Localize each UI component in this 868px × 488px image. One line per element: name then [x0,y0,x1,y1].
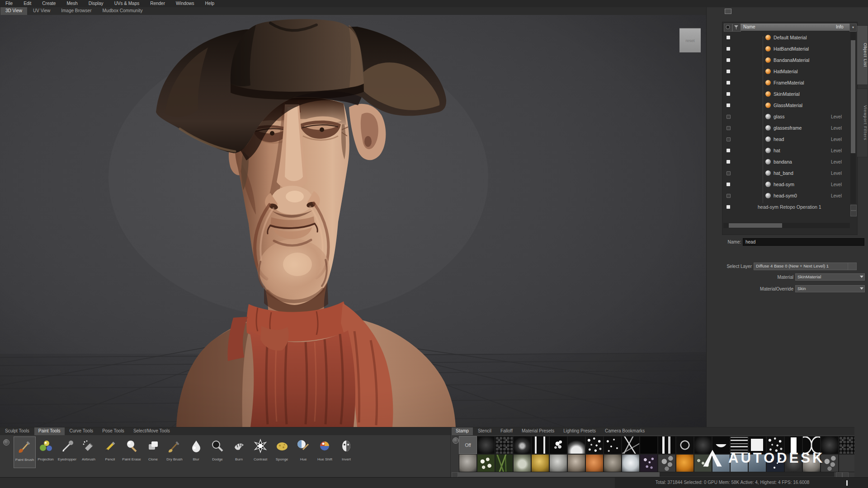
object-row-glassesframe[interactable]: glassesframeLevel [722,122,850,134]
tool-projection[interactable]: Projection [35,436,57,467]
visibility-dot[interactable] [726,149,730,152]
stamp-thumb[interactable] [604,436,622,454]
stamp-thumb[interactable] [459,454,477,472]
sculpt-canvas[interactable] [0,15,706,427]
stamp-thumb[interactable] [477,436,495,454]
tool-eyedropper[interactable]: Eyedropper [57,436,78,467]
object-row-bandanamaterial[interactable]: BandanaMaterial [722,55,850,66]
tool-invert[interactable]: Invert [336,436,357,467]
tray-tab-falloff[interactable]: Falloff [496,427,517,435]
object-row-head-sym[interactable]: head-symLevel [722,179,850,190]
object-row-hatmaterial[interactable]: HatMaterial [722,66,850,77]
tool-tab-curve-tools[interactable]: Curve Tools [66,427,98,435]
object-row-hatbandmaterial[interactable]: HatBandMaterial [722,43,850,55]
tool-blur[interactable]: Blur [185,436,207,467]
tool-tab-pose-tools[interactable]: Pose Tools [98,427,128,435]
menu-display[interactable]: Display [83,0,109,7]
select-layer-dropdown[interactable]: Diffuse 4 Base 0 (New + Next Level) 1 [754,263,849,270]
stamp-thumb[interactable] [604,454,622,472]
stamp-thumb[interactable] [567,436,585,454]
object-row-framematerial[interactable]: FrameMaterial [722,77,850,89]
stamp-thumb[interactable] [495,454,513,472]
stamp-thumb[interactable] [676,436,694,454]
list-filter-button[interactable] [724,23,732,32]
tool-clone[interactable]: Clone [142,436,164,467]
menu-mesh[interactable]: Mesh [61,0,83,7]
menu-windows[interactable]: Windows [170,0,200,7]
stamp-thumb[interactable] [513,436,531,454]
visibility-dot[interactable] [726,92,730,96]
panel-menu-icon[interactable] [725,9,731,14]
view-tab-uv-view[interactable]: UV View [28,7,55,15]
tool-dry-brush[interactable]: Dry Brush [164,436,185,467]
visibility-dot[interactable] [726,160,730,164]
tool-hue[interactable]: Hue [293,436,314,467]
object-row-glass[interactable]: glassLevel [722,111,850,122]
visibility-dot[interactable] [726,70,730,73]
object-row-glassmaterial[interactable]: GlassMaterial [722,100,850,111]
view-tab-mudbox-community[interactable]: Mudbox Community [97,7,147,15]
tool-paint-brush[interactable]: Paint Brush [14,436,36,468]
side-tab-object-list[interactable]: Object List [857,25,868,85]
scroll-up-button[interactable] [850,205,857,211]
stamp-thumb[interactable] [640,454,658,472]
material-override-dropdown[interactable]: Skin [795,285,865,292]
name-input[interactable]: head [743,238,864,246]
tray-tab-material-presets[interactable]: Material Presets [518,427,558,435]
tool-dodge[interactable]: Dodge [207,436,228,467]
tray-collapse-icon-2[interactable] [453,437,459,444]
stamp-thumb[interactable] [658,436,676,454]
tool-hue-shift[interactable]: Hue Shift [314,436,335,467]
tool-tab-paint-tools[interactable]: Paint Tools [34,427,65,435]
view-tab-image-browser[interactable]: Image Browser [56,7,96,15]
menu-help[interactable]: Help [200,0,220,7]
visibility-dot[interactable] [726,81,730,84]
visibility-dot[interactable] [726,115,731,119]
object-row-head-sym-retopo-operation-1[interactable]: head-sym Retopo Operation 1 [722,202,850,213]
object-row-hat[interactable]: hatLevel [722,145,850,156]
tray-tab-stencil[interactable]: Stencil [474,427,495,435]
stamp-thumb[interactable] [495,436,513,454]
material-dropdown[interactable]: SkinMaterial [795,273,865,281]
menu-edit[interactable]: Edit [18,0,37,7]
visibility-dot[interactable] [726,194,731,198]
stamp-thumb[interactable] [531,454,549,472]
visibility-dot[interactable] [726,205,730,209]
stamp-thumb[interactable] [640,436,658,454]
list-horizontal-scrollbar[interactable] [723,223,850,228]
viewport-3d[interactable]: reset [0,15,706,427]
visibility-dot[interactable] [726,171,731,175]
tray-scrollbar[interactable] [458,472,834,477]
visibility-dot[interactable] [726,58,730,62]
stamp-thumb[interactable] [531,436,549,454]
stamp-thumb[interactable] [585,436,604,454]
menu-file[interactable]: File [0,0,18,7]
column-header-info[interactable]: Info [834,23,850,31]
stamp-thumb[interactable] [549,454,567,472]
stamp-thumb[interactable] [585,454,604,472]
select-layer-clear[interactable] [848,263,857,270]
view-tab-3d-view[interactable]: 3D View [0,7,27,15]
stamp-thumb[interactable] [622,454,640,472]
tool-sponge[interactable]: Sponge [271,436,292,467]
scroll-down-button[interactable] [850,211,857,216]
menu-create[interactable]: Create [37,0,61,7]
object-row-bandana[interactable]: bandanaLevel [722,156,850,168]
object-row-default-material[interactable]: Default Material [722,32,850,43]
column-header-name[interactable]: Name [741,23,836,31]
tool-paint-erase[interactable]: Paint Erase [121,436,142,467]
menu-uvs-maps[interactable]: UVs & Maps [109,0,145,7]
tool-tab-sculpt-tools[interactable]: Sculpt Tools [1,427,33,435]
tool-tab-select-move-tools[interactable]: Select/Move Tools [129,427,174,435]
column-header-menu[interactable]: ▼ [849,23,857,32]
object-row-hat-band[interactable]: hat_bandLevel [722,168,850,179]
visibility-dot[interactable] [726,103,730,107]
tool-burn[interactable]: Burn [228,436,250,467]
object-row-skinmaterial[interactable]: SkinMaterial [722,89,850,100]
visibility-dot[interactable] [726,47,730,51]
tray-collapse-icon[interactable] [3,439,9,446]
visibility-dot[interactable] [726,183,730,186]
stamp-off-button[interactable]: Off [459,436,477,454]
tool-airbrush[interactable]: Airbrush [78,436,99,467]
stamp-thumb[interactable] [676,454,694,472]
